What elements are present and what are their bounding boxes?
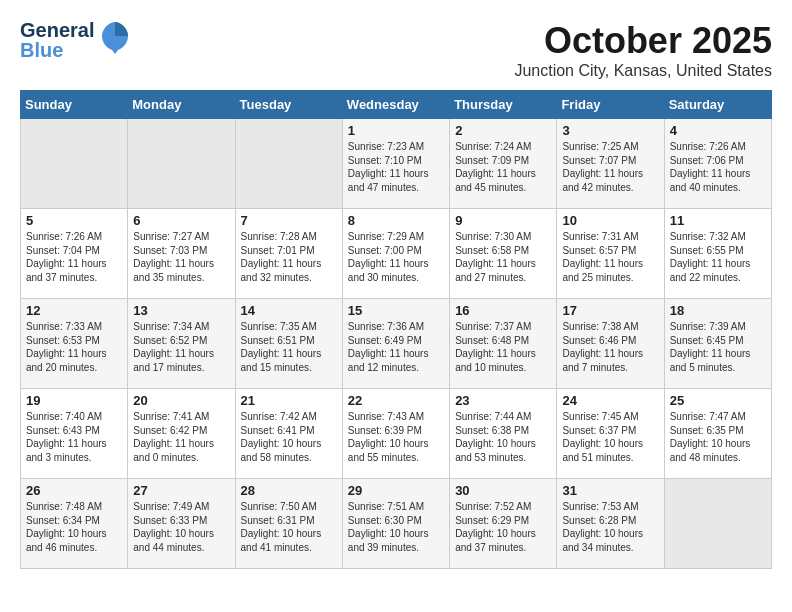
calendar-cell: 19Sunrise: 7:40 AM Sunset: 6:43 PM Dayli… bbox=[21, 389, 128, 479]
calendar-cell: 16Sunrise: 7:37 AM Sunset: 6:48 PM Dayli… bbox=[450, 299, 557, 389]
day-number: 7 bbox=[241, 213, 337, 228]
calendar-cell: 9Sunrise: 7:30 AM Sunset: 6:58 PM Daylig… bbox=[450, 209, 557, 299]
weekday-header: Wednesday bbox=[342, 91, 449, 119]
cell-content: Sunrise: 7:33 AM Sunset: 6:53 PM Dayligh… bbox=[26, 320, 122, 374]
calendar-cell: 26Sunrise: 7:48 AM Sunset: 6:34 PM Dayli… bbox=[21, 479, 128, 569]
weekday-header: Tuesday bbox=[235, 91, 342, 119]
day-number: 15 bbox=[348, 303, 444, 318]
cell-content: Sunrise: 7:50 AM Sunset: 6:31 PM Dayligh… bbox=[241, 500, 337, 554]
cell-content: Sunrise: 7:39 AM Sunset: 6:45 PM Dayligh… bbox=[670, 320, 766, 374]
calendar-cell bbox=[21, 119, 128, 209]
cell-content: Sunrise: 7:51 AM Sunset: 6:30 PM Dayligh… bbox=[348, 500, 444, 554]
day-number: 1 bbox=[348, 123, 444, 138]
page-header: General Blue October 2025 Junction City,… bbox=[20, 20, 772, 80]
logo-general: General bbox=[20, 20, 94, 40]
cell-content: Sunrise: 7:26 AM Sunset: 7:06 PM Dayligh… bbox=[670, 140, 766, 194]
calendar-cell: 21Sunrise: 7:42 AM Sunset: 6:41 PM Dayli… bbox=[235, 389, 342, 479]
calendar-cell: 8Sunrise: 7:29 AM Sunset: 7:00 PM Daylig… bbox=[342, 209, 449, 299]
calendar-cell bbox=[128, 119, 235, 209]
calendar-cell: 30Sunrise: 7:52 AM Sunset: 6:29 PM Dayli… bbox=[450, 479, 557, 569]
cell-content: Sunrise: 7:35 AM Sunset: 6:51 PM Dayligh… bbox=[241, 320, 337, 374]
day-number: 5 bbox=[26, 213, 122, 228]
calendar-cell: 10Sunrise: 7:31 AM Sunset: 6:57 PM Dayli… bbox=[557, 209, 664, 299]
weekday-header-row: SundayMondayTuesdayWednesdayThursdayFrid… bbox=[21, 91, 772, 119]
cell-content: Sunrise: 7:43 AM Sunset: 6:39 PM Dayligh… bbox=[348, 410, 444, 464]
calendar-week-row: 5Sunrise: 7:26 AM Sunset: 7:04 PM Daylig… bbox=[21, 209, 772, 299]
cell-content: Sunrise: 7:40 AM Sunset: 6:43 PM Dayligh… bbox=[26, 410, 122, 464]
day-number: 4 bbox=[670, 123, 766, 138]
day-number: 13 bbox=[133, 303, 229, 318]
weekday-header: Sunday bbox=[21, 91, 128, 119]
calendar-cell: 27Sunrise: 7:49 AM Sunset: 6:33 PM Dayli… bbox=[128, 479, 235, 569]
calendar-cell: 12Sunrise: 7:33 AM Sunset: 6:53 PM Dayli… bbox=[21, 299, 128, 389]
calendar-cell: 3Sunrise: 7:25 AM Sunset: 7:07 PM Daylig… bbox=[557, 119, 664, 209]
cell-content: Sunrise: 7:23 AM Sunset: 7:10 PM Dayligh… bbox=[348, 140, 444, 194]
day-number: 20 bbox=[133, 393, 229, 408]
calendar-cell: 20Sunrise: 7:41 AM Sunset: 6:42 PM Dayli… bbox=[128, 389, 235, 479]
weekday-header: Friday bbox=[557, 91, 664, 119]
day-number: 26 bbox=[26, 483, 122, 498]
cell-content: Sunrise: 7:41 AM Sunset: 6:42 PM Dayligh… bbox=[133, 410, 229, 464]
calendar-table: SundayMondayTuesdayWednesdayThursdayFrid… bbox=[20, 90, 772, 569]
day-number: 21 bbox=[241, 393, 337, 408]
day-number: 3 bbox=[562, 123, 658, 138]
cell-content: Sunrise: 7:31 AM Sunset: 6:57 PM Dayligh… bbox=[562, 230, 658, 284]
cell-content: Sunrise: 7:30 AM Sunset: 6:58 PM Dayligh… bbox=[455, 230, 551, 284]
cell-content: Sunrise: 7:38 AM Sunset: 6:46 PM Dayligh… bbox=[562, 320, 658, 374]
calendar-week-row: 1Sunrise: 7:23 AM Sunset: 7:10 PM Daylig… bbox=[21, 119, 772, 209]
calendar-cell: 14Sunrise: 7:35 AM Sunset: 6:51 PM Dayli… bbox=[235, 299, 342, 389]
cell-content: Sunrise: 7:27 AM Sunset: 7:03 PM Dayligh… bbox=[133, 230, 229, 284]
calendar-cell: 13Sunrise: 7:34 AM Sunset: 6:52 PM Dayli… bbox=[128, 299, 235, 389]
calendar-cell: 25Sunrise: 7:47 AM Sunset: 6:35 PM Dayli… bbox=[664, 389, 771, 479]
day-number: 11 bbox=[670, 213, 766, 228]
calendar-cell: 22Sunrise: 7:43 AM Sunset: 6:39 PM Dayli… bbox=[342, 389, 449, 479]
calendar-week-row: 12Sunrise: 7:33 AM Sunset: 6:53 PM Dayli… bbox=[21, 299, 772, 389]
calendar-cell: 1Sunrise: 7:23 AM Sunset: 7:10 PM Daylig… bbox=[342, 119, 449, 209]
calendar-cell: 2Sunrise: 7:24 AM Sunset: 7:09 PM Daylig… bbox=[450, 119, 557, 209]
logo-bird-icon bbox=[100, 20, 130, 60]
day-number: 29 bbox=[348, 483, 444, 498]
day-number: 19 bbox=[26, 393, 122, 408]
calendar-week-row: 19Sunrise: 7:40 AM Sunset: 6:43 PM Dayli… bbox=[21, 389, 772, 479]
calendar-cell: 4Sunrise: 7:26 AM Sunset: 7:06 PM Daylig… bbox=[664, 119, 771, 209]
cell-content: Sunrise: 7:37 AM Sunset: 6:48 PM Dayligh… bbox=[455, 320, 551, 374]
cell-content: Sunrise: 7:34 AM Sunset: 6:52 PM Dayligh… bbox=[133, 320, 229, 374]
cell-content: Sunrise: 7:42 AM Sunset: 6:41 PM Dayligh… bbox=[241, 410, 337, 464]
weekday-header: Saturday bbox=[664, 91, 771, 119]
location: Junction City, Kansas, United States bbox=[514, 62, 772, 80]
calendar-cell: 31Sunrise: 7:53 AM Sunset: 6:28 PM Dayli… bbox=[557, 479, 664, 569]
weekday-header: Thursday bbox=[450, 91, 557, 119]
calendar-cell bbox=[664, 479, 771, 569]
cell-content: Sunrise: 7:48 AM Sunset: 6:34 PM Dayligh… bbox=[26, 500, 122, 554]
cell-content: Sunrise: 7:26 AM Sunset: 7:04 PM Dayligh… bbox=[26, 230, 122, 284]
calendar-week-row: 26Sunrise: 7:48 AM Sunset: 6:34 PM Dayli… bbox=[21, 479, 772, 569]
cell-content: Sunrise: 7:28 AM Sunset: 7:01 PM Dayligh… bbox=[241, 230, 337, 284]
day-number: 8 bbox=[348, 213, 444, 228]
month-title: October 2025 bbox=[514, 20, 772, 62]
day-number: 18 bbox=[670, 303, 766, 318]
day-number: 2 bbox=[455, 123, 551, 138]
cell-content: Sunrise: 7:52 AM Sunset: 6:29 PM Dayligh… bbox=[455, 500, 551, 554]
day-number: 30 bbox=[455, 483, 551, 498]
calendar-cell: 17Sunrise: 7:38 AM Sunset: 6:46 PM Dayli… bbox=[557, 299, 664, 389]
logo-blue: Blue bbox=[20, 40, 94, 60]
cell-content: Sunrise: 7:29 AM Sunset: 7:00 PM Dayligh… bbox=[348, 230, 444, 284]
calendar-cell: 29Sunrise: 7:51 AM Sunset: 6:30 PM Dayli… bbox=[342, 479, 449, 569]
cell-content: Sunrise: 7:24 AM Sunset: 7:09 PM Dayligh… bbox=[455, 140, 551, 194]
weekday-header: Monday bbox=[128, 91, 235, 119]
day-number: 12 bbox=[26, 303, 122, 318]
cell-content: Sunrise: 7:47 AM Sunset: 6:35 PM Dayligh… bbox=[670, 410, 766, 464]
day-number: 16 bbox=[455, 303, 551, 318]
cell-content: Sunrise: 7:49 AM Sunset: 6:33 PM Dayligh… bbox=[133, 500, 229, 554]
cell-content: Sunrise: 7:44 AM Sunset: 6:38 PM Dayligh… bbox=[455, 410, 551, 464]
cell-content: Sunrise: 7:45 AM Sunset: 6:37 PM Dayligh… bbox=[562, 410, 658, 464]
logo: General Blue bbox=[20, 20, 130, 60]
calendar-cell: 6Sunrise: 7:27 AM Sunset: 7:03 PM Daylig… bbox=[128, 209, 235, 299]
day-number: 14 bbox=[241, 303, 337, 318]
calendar-cell bbox=[235, 119, 342, 209]
cell-content: Sunrise: 7:53 AM Sunset: 6:28 PM Dayligh… bbox=[562, 500, 658, 554]
calendar-cell: 28Sunrise: 7:50 AM Sunset: 6:31 PM Dayli… bbox=[235, 479, 342, 569]
calendar-cell: 18Sunrise: 7:39 AM Sunset: 6:45 PM Dayli… bbox=[664, 299, 771, 389]
title-block: October 2025 Junction City, Kansas, Unit… bbox=[514, 20, 772, 80]
day-number: 24 bbox=[562, 393, 658, 408]
